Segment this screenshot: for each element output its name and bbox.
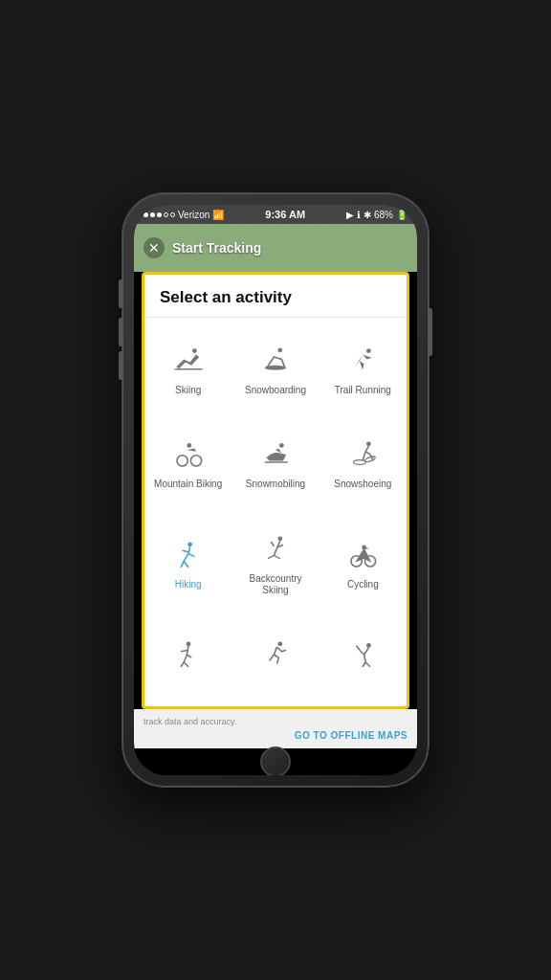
activity-modal: Select an activity Skiing Snowboarding T… (142, 272, 409, 709)
dot3 (157, 212, 162, 217)
battery-label: 68% (374, 210, 393, 220)
activity-icon-hiking (173, 540, 204, 575)
bottom-bar: track data and accuracy. GO TO OFFLINE M… (134, 709, 417, 748)
svg-point-6 (177, 456, 187, 466)
svg-line-45 (360, 650, 364, 655)
activity-label-snowmobiling: Snowmobiling (246, 479, 305, 490)
svg-line-19 (188, 546, 190, 553)
activity-icon-hiking2 (173, 639, 204, 675)
map-header: ✕ Start Tracking (134, 224, 417, 272)
activity-icon-snowboarding (260, 345, 291, 381)
activity-item-cycling[interactable]: Cycling (320, 512, 407, 618)
svg-point-11 (366, 442, 371, 447)
svg-point-25 (277, 536, 282, 541)
svg-line-31 (271, 542, 274, 546)
activity-icon-running2 (260, 639, 291, 675)
activity-icon-cycling (347, 540, 378, 575)
activity-item-skiing[interactable]: Skiing (144, 323, 231, 418)
home-area (134, 748, 417, 775)
phone-frame: Verizon 📶 9:36 AM ▶ ℹ ✱ 68% 🔋 ✕ Start Tr… (122, 193, 429, 787)
status-time: 9:36 AM (265, 209, 305, 220)
bluetooth-icon: ✱ (364, 210, 371, 220)
svg-point-5 (366, 348, 371, 353)
activities-grid: Skiing Snowboarding Trail Running Mounta… (144, 318, 407, 706)
svg-line-12 (366, 446, 369, 452)
svg-line-22 (181, 561, 184, 567)
activity-label-hiking: Hiking (175, 579, 202, 590)
svg-point-18 (187, 542, 192, 546)
status-bar: Verizon 📶 9:36 AM ▶ ℹ ✱ 68% 🔋 (134, 205, 417, 224)
activity-label-snowshoeing: Snowshoeing (334, 479, 391, 490)
activity-icon-trail-running (347, 345, 378, 381)
svg-point-8 (187, 443, 191, 448)
status-left: Verizon 📶 (143, 210, 224, 220)
svg-line-37 (184, 655, 187, 662)
activity-label-mountain-biking: Mountain Biking (154, 479, 222, 490)
svg-line-27 (274, 547, 276, 555)
dot1 (143, 212, 148, 217)
modal-header: Select an activity (144, 275, 407, 318)
svg-line-29 (268, 555, 274, 558)
svg-line-17 (370, 455, 373, 460)
activity-item-snowboarding[interactable]: Snowboarding (231, 323, 319, 418)
activity-item-snowshoeing[interactable]: Snowshoeing (320, 418, 407, 513)
activity-item-running2[interactable] (231, 618, 319, 702)
activity-label-trail-running: Trail Running (335, 385, 391, 396)
activity-item-snowmobiling[interactable]: Snowmobiling (231, 418, 319, 513)
activity-item-climbing[interactable] (320, 618, 407, 702)
activity-item-backcountry-skiing[interactable]: Backcountry Skiing (231, 512, 319, 618)
svg-line-21 (188, 553, 194, 556)
activity-label-skiing: Skiing (175, 385, 201, 396)
svg-point-0 (192, 348, 197, 353)
svg-line-14 (366, 452, 371, 455)
svg-line-24 (182, 550, 187, 552)
svg-line-44 (364, 648, 369, 655)
svg-point-34 (363, 545, 367, 549)
svg-line-30 (274, 555, 279, 558)
activity-item-trail-running[interactable]: Trail Running (320, 323, 407, 418)
svg-line-49 (366, 662, 371, 667)
svg-point-9 (279, 443, 284, 448)
close-button[interactable]: ✕ (143, 237, 165, 258)
activity-icon-mountain-biking (173, 439, 204, 475)
activity-icon-snowshoeing (347, 439, 378, 475)
dot5 (170, 212, 175, 217)
status-right: ▶ ℹ ✱ 68% 🔋 (346, 210, 408, 220)
svg-line-47 (357, 646, 360, 651)
activity-label-backcountry-skiing: Backcountry Skiing (249, 573, 301, 596)
activity-icon-skiing (173, 345, 204, 381)
svg-line-39 (181, 662, 184, 667)
activity-icon-backcountry-skiing (260, 534, 291, 569)
svg-point-15 (354, 460, 366, 465)
wifi-icon: 📶 (212, 210, 224, 220)
svg-point-2 (277, 347, 282, 352)
svg-point-16 (364, 456, 376, 463)
svg-line-20 (184, 553, 188, 561)
svg-line-48 (363, 662, 365, 667)
activity-icon-snowmobiling (260, 439, 291, 475)
offline-maps-button[interactable]: GO TO OFFLINE MAPS (143, 730, 408, 741)
activity-label-snowboarding: Snowboarding (245, 385, 306, 396)
phone-screen: Verizon 📶 9:36 AM ▶ ℹ ✱ 68% 🔋 ✕ Start Tr… (134, 205, 417, 775)
header-title: Start Tracking (172, 240, 261, 256)
activity-item-hiking[interactable]: Hiking (144, 512, 231, 618)
svg-line-23 (184, 561, 188, 567)
svg-point-43 (366, 643, 371, 648)
bottom-info-text: track data and accuracy. (143, 717, 408, 726)
activity-icon-climbing (347, 639, 378, 675)
alert-icon: ℹ (357, 210, 361, 220)
svg-line-40 (184, 662, 188, 667)
activity-label-cycling: Cycling (347, 579, 379, 590)
modal-title: Select an activity (160, 288, 391, 307)
svg-point-35 (186, 642, 190, 647)
battery-icon: 🔋 (396, 210, 408, 220)
activity-item-mountain-biking[interactable]: Mountain Biking (144, 418, 231, 513)
location-icon: ▶ (346, 210, 354, 220)
svg-point-7 (190, 456, 201, 466)
dot2 (150, 212, 155, 217)
activity-item-hiking2[interactable] (144, 618, 231, 702)
signal-dots (143, 212, 175, 217)
svg-point-42 (277, 642, 282, 647)
dot4 (164, 212, 168, 217)
home-button[interactable] (260, 746, 291, 775)
